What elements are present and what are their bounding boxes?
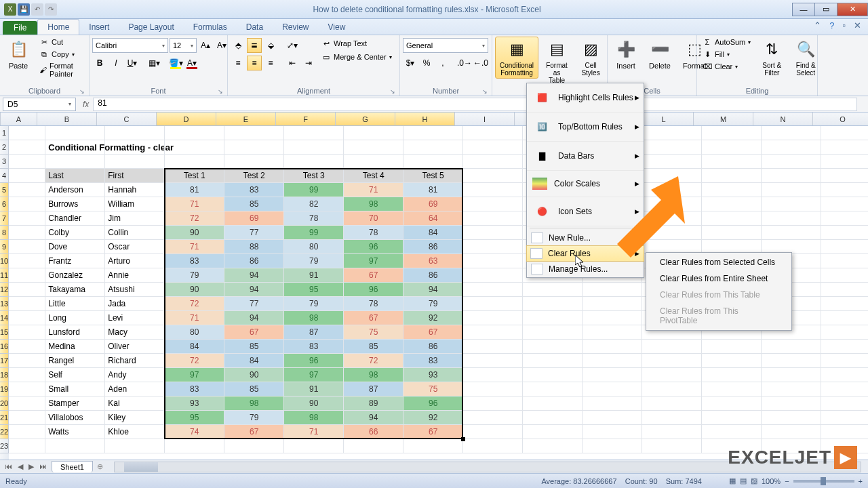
- cell-A5[interactable]: [9, 183, 45, 197]
- save-icon[interactable]: 💾: [18, 3, 30, 16]
- workbook-close-icon[interactable]: ✕: [851, 20, 864, 30]
- clear-entire-sheet[interactable]: Clear Rules from Entire Sheet: [646, 270, 791, 287]
- cell-N5[interactable]: [762, 183, 821, 197]
- delete-cells-button[interactable]: ➖Delete: [644, 37, 675, 72]
- row-header-21[interactable]: 21: [0, 411, 9, 425]
- cell-B12[interactable]: Takayama: [45, 283, 105, 297]
- font-size-combo[interactable]: 12▾: [170, 38, 197, 53]
- cell-B20[interactable]: Stamper: [45, 396, 105, 411]
- cell-H12[interactable]: 94: [403, 283, 463, 297]
- increase-indent-icon[interactable]: ⇥: [301, 56, 316, 70]
- cell-N21[interactable]: [762, 411, 821, 425]
- cell-I8[interactable]: [463, 226, 523, 240]
- cell-O16[interactable]: [821, 340, 868, 354]
- cell-E6[interactable]: 85: [224, 197, 284, 211]
- column-header-B[interactable]: B: [37, 113, 97, 125]
- cell-L5[interactable]: [642, 183, 702, 197]
- currency-icon[interactable]: $▾: [403, 56, 418, 70]
- cell-G16[interactable]: 85: [344, 340, 403, 354]
- cell-K21[interactable]: [583, 411, 642, 425]
- cell-E5[interactable]: 83: [224, 183, 284, 197]
- cell-G3[interactable]: [344, 155, 403, 169]
- decrease-decimal-icon[interactable]: ←.0: [473, 56, 488, 70]
- cell-K20[interactable]: [583, 396, 642, 411]
- row-header-6[interactable]: 6: [0, 197, 9, 211]
- cell-G23[interactable]: [344, 439, 403, 453]
- cell-A23[interactable]: [9, 439, 45, 453]
- sheet-tab[interactable]: Sheet1: [52, 461, 93, 472]
- column-header-D[interactable]: D: [157, 113, 216, 125]
- cell-L22[interactable]: [642, 425, 702, 439]
- shrink-font-icon[interactable]: A▾: [214, 38, 229, 53]
- border-button[interactable]: ▦▾: [146, 56, 161, 70]
- cell-K23[interactable]: [583, 439, 642, 453]
- cell-D17[interactable]: 72: [165, 354, 224, 368]
- cell-O15[interactable]: [821, 325, 868, 340]
- fill-color-button[interactable]: 🪣▾: [168, 56, 183, 70]
- cell-B16[interactable]: Medina: [45, 340, 105, 354]
- cell-H15[interactable]: 67: [403, 325, 463, 340]
- cell-M18[interactable]: [702, 368, 762, 382]
- cell-C23[interactable]: [105, 439, 165, 453]
- cell-I4[interactable]: [463, 169, 523, 183]
- cell-N2[interactable]: [762, 140, 821, 155]
- cell-I3[interactable]: [463, 155, 523, 169]
- cell-H23[interactable]: [403, 439, 463, 453]
- cell-D6[interactable]: 71: [165, 197, 224, 211]
- cell-M20[interactable]: [702, 396, 762, 411]
- cell-G18[interactable]: 98: [344, 368, 403, 382]
- grow-font-icon[interactable]: A▴: [198, 38, 213, 53]
- ribbon-minimize-icon[interactable]: ⌃: [811, 20, 824, 30]
- cell-H19[interactable]: 75: [403, 382, 463, 396]
- cell-O2[interactable]: [821, 140, 868, 155]
- row-header-15[interactable]: 15: [0, 325, 9, 340]
- cell-H17[interactable]: 83: [403, 354, 463, 368]
- font-launcher-icon[interactable]: ↘: [218, 88, 223, 95]
- cell-E18[interactable]: 90: [224, 368, 284, 382]
- find-select-button[interactable]: 🔍Find & Select: [790, 37, 821, 79]
- cell-I7[interactable]: [463, 211, 523, 226]
- fill-button[interactable]: ⬇Fill ▾: [700, 49, 753, 60]
- cell-H22[interactable]: 67: [403, 425, 463, 439]
- cell-J14[interactable]: [523, 311, 583, 325]
- maximize-button[interactable]: ▭: [814, 3, 837, 16]
- cell-I21[interactable]: [463, 411, 523, 425]
- cell-N22[interactable]: [762, 425, 821, 439]
- cell-F17[interactable]: 96: [284, 354, 344, 368]
- cell-C19[interactable]: Aden: [105, 382, 165, 396]
- cell-A22[interactable]: [9, 425, 45, 439]
- cell-I13[interactable]: [463, 297, 523, 311]
- copy-button[interactable]: ⧉Copy ▾: [37, 49, 86, 60]
- cell-E15[interactable]: 67: [224, 325, 284, 340]
- undo-icon[interactable]: ↶: [31, 3, 43, 16]
- row-header-17[interactable]: 17: [0, 354, 9, 368]
- cell-E23[interactable]: [224, 439, 284, 453]
- cell-M17[interactable]: [702, 354, 762, 368]
- font-color-button[interactable]: A▾: [184, 56, 199, 70]
- clipboard-launcher-icon[interactable]: ↘: [79, 88, 85, 95]
- cell-H10[interactable]: 63: [403, 254, 463, 268]
- cell-K22[interactable]: [583, 425, 642, 439]
- row-header-20[interactable]: 20: [0, 396, 9, 411]
- cell-N20[interactable]: [762, 396, 821, 411]
- cell-F4[interactable]: Test 3: [284, 169, 344, 183]
- row-header-9[interactable]: 9: [0, 240, 9, 254]
- cell-I20[interactable]: [463, 396, 523, 411]
- cell-E9[interactable]: 88: [224, 240, 284, 254]
- cell-L23[interactable]: [642, 439, 702, 453]
- row-header-14[interactable]: 14: [0, 311, 9, 325]
- cell-D4[interactable]: Test 1: [165, 169, 224, 183]
- wrap-text-button[interactable]: ↩Wrap Text: [319, 38, 395, 49]
- cell-C17[interactable]: Richard: [105, 354, 165, 368]
- zoom-out-icon[interactable]: −: [785, 477, 789, 485]
- cell-F19[interactable]: 91: [284, 382, 344, 396]
- cell-B6[interactable]: Burrows: [45, 197, 105, 211]
- cell-O9[interactable]: [821, 240, 868, 254]
- cell-B13[interactable]: Little: [45, 297, 105, 311]
- cell-K12[interactable]: [583, 283, 642, 297]
- cell-I23[interactable]: [463, 439, 523, 453]
- cell-O7[interactable]: [821, 211, 868, 226]
- cell-N4[interactable]: [762, 169, 821, 183]
- cell-G11[interactable]: 67: [344, 268, 403, 283]
- nav-next-icon[interactable]: ▶: [26, 462, 36, 471]
